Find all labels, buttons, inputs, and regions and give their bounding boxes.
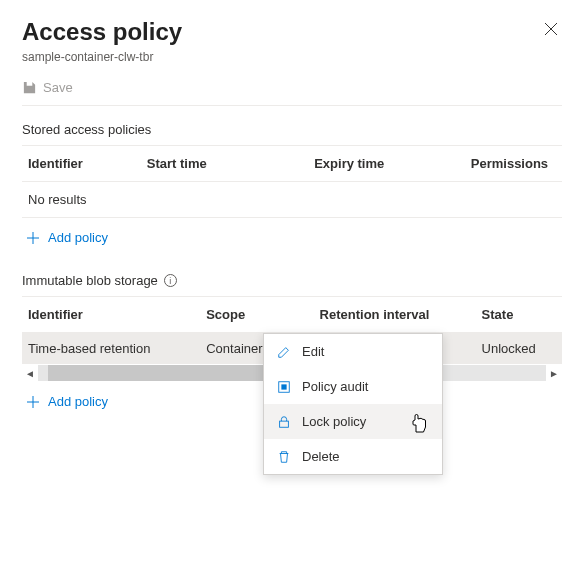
col-permissions: Permissions xyxy=(465,146,562,182)
col-imm-state: State xyxy=(476,297,562,333)
menu-item-delete[interactable]: Delete xyxy=(264,439,442,474)
plus-icon xyxy=(26,231,40,245)
stored-empty-row: No results xyxy=(22,182,562,218)
policy-audit-icon xyxy=(276,380,292,394)
delete-icon xyxy=(276,450,292,464)
menu-edit-label: Edit xyxy=(302,344,324,359)
stored-access-section-label: Stored access policies xyxy=(22,122,562,137)
save-button[interactable]: Save xyxy=(22,80,562,95)
add-stored-policy-button[interactable]: Add policy xyxy=(22,218,562,257)
menu-lock-label: Lock policy xyxy=(302,414,366,429)
stored-access-table: Identifier Start time Expiry time Permis… xyxy=(22,145,562,182)
col-expiry-time: Expiry time xyxy=(308,146,465,182)
menu-audit-label: Policy audit xyxy=(302,379,368,394)
menu-delete-label: Delete xyxy=(302,449,340,464)
lock-icon xyxy=(276,415,292,429)
scroll-left-arrow-icon[interactable]: ◄ xyxy=(22,368,38,379)
context-menu: Edit Policy audit Lock policy Delete xyxy=(263,333,443,475)
menu-item-policy-audit[interactable]: Policy audit xyxy=(264,369,442,404)
cell-identifier: Time-based retention xyxy=(22,333,200,365)
save-icon xyxy=(22,80,37,95)
add-stored-policy-label: Add policy xyxy=(48,230,108,245)
add-immutable-policy-label: Add policy xyxy=(48,394,108,409)
plus-icon xyxy=(26,395,40,409)
save-label: Save xyxy=(43,80,73,95)
col-imm-identifier: Identifier xyxy=(22,297,200,333)
container-subtitle: sample-container-clw-tbr xyxy=(22,50,182,64)
col-imm-retention: Retention interval xyxy=(314,297,476,333)
svg-rect-2 xyxy=(280,421,289,427)
menu-item-lock-policy[interactable]: Lock policy xyxy=(264,404,442,439)
menu-item-edit[interactable]: Edit xyxy=(264,334,442,369)
scrollbar-thumb[interactable] xyxy=(48,365,272,381)
col-imm-scope: Scope xyxy=(200,297,313,333)
immutable-section-label: Immutable blob storage xyxy=(22,273,158,288)
scroll-right-arrow-icon[interactable]: ► xyxy=(546,368,562,379)
close-icon xyxy=(544,22,558,36)
col-start-time: Start time xyxy=(141,146,308,182)
cell-state: Unlocked xyxy=(476,333,562,365)
page-title: Access policy xyxy=(22,18,182,46)
close-button[interactable] xyxy=(540,18,562,44)
edit-icon xyxy=(276,345,292,359)
info-icon[interactable]: i xyxy=(164,274,177,287)
col-identifier: Identifier xyxy=(22,146,141,182)
svg-rect-1 xyxy=(281,384,286,389)
